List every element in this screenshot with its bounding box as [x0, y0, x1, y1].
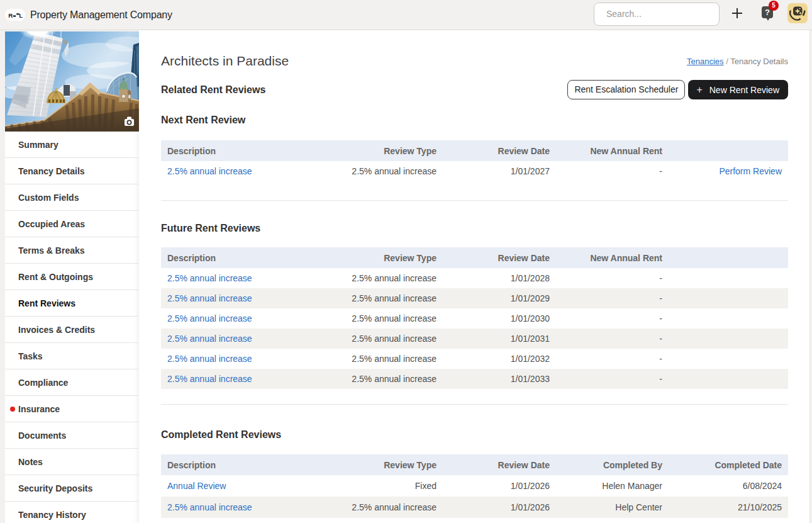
svg-text:R: R: [8, 12, 13, 19]
svg-text:L: L: [19, 12, 23, 19]
